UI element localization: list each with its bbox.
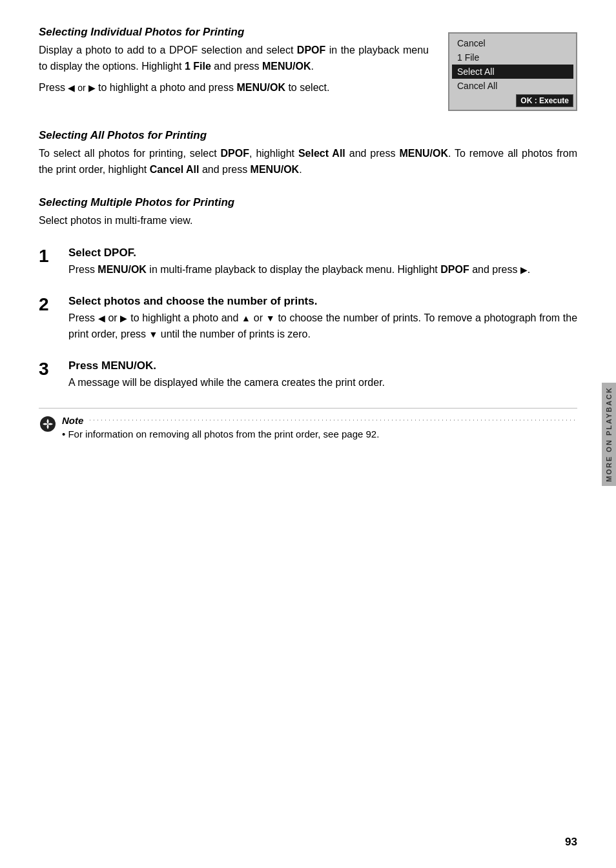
text-cancelall: Cancel All <box>150 164 200 175</box>
arrow-right-step2: ▶ <box>120 313 127 323</box>
note-icon <box>39 415 57 433</box>
note-icon-wrapper <box>39 415 57 436</box>
text-menuok-all: MENU/OK <box>399 148 448 159</box>
step-num-3: 3 <box>39 359 62 379</box>
page-number: 93 <box>565 836 577 849</box>
section-individual-line2: Press ◀ or ▶ to highlight a photo and pr… <box>39 80 429 96</box>
menu-item-1file: 1 File <box>452 50 573 65</box>
step-3-content: Press MENU/OK. A message will be display… <box>68 359 577 391</box>
step-3: 3 Press MENU/OK. A message will be displ… <box>39 359 577 391</box>
page: Selecting Individual Photos for Printing… <box>0 0 616 868</box>
note-section: Note • For information on removing all p… <box>39 408 577 439</box>
step-num-1: 1 <box>39 247 62 267</box>
note-wrapper: Note • For information on removing all p… <box>62 415 577 439</box>
text-dpof-highlight: DPOF <box>440 264 469 275</box>
arrow-down-step2: ▼ <box>266 313 275 323</box>
section-all-body: To select all photos for printing, selec… <box>39 146 577 178</box>
menu-footer: OK : Execute <box>452 94 573 107</box>
note-label: Note <box>62 415 83 426</box>
step-2-content: Select photos and choose the number of p… <box>68 295 577 343</box>
text-menuok2: MENU/OK <box>236 82 285 93</box>
step-num-2: 2 <box>39 295 62 315</box>
sidebar-label: More on Playback <box>605 387 613 482</box>
menu-item-selectall: Select All <box>452 65 573 79</box>
step-1-content: Select DPOF. Press MENU/OK in multi-fram… <box>68 247 577 278</box>
arrow-down-step2b: ▼ <box>149 329 158 339</box>
section-title-all: Selecting All Photos for Printing <box>39 129 577 142</box>
step-2-title: Select photos and choose the number of p… <box>68 295 577 308</box>
step-2-body: Press ◀ or ▶ to highlight a photo and ▲ … <box>68 310 577 343</box>
arrow-up-step2: ▲ <box>241 313 251 323</box>
text-display: Display a photo to add to a DPOF selecti… <box>39 45 297 56</box>
section-multiple-intro: Select photos in multi-frame view. <box>39 213 577 229</box>
text-menuok-step1: MENU/OK <box>98 264 147 275</box>
section-title-multiple: Selecting Multiple Photos for Printing <box>39 196 577 209</box>
sidebar-tab: More on Playback <box>602 383 616 486</box>
step-2: 2 Select photos and choose the number of… <box>39 295 577 343</box>
section-individual: Selecting Individual Photos for Printing… <box>39 26 577 111</box>
arrows-lr: ◀ or ▶ <box>68 83 95 93</box>
step-1: 1 Select DPOF. Press MENU/OK in multi-fr… <box>39 247 577 278</box>
dpof-menu: Cancel 1 File Select All Cancel All OK :… <box>448 32 577 111</box>
ok-badge: OK : Execute <box>516 94 573 107</box>
text-menuok-cancel: MENU/OK <box>251 164 300 175</box>
section-individual-body: Display a photo to add to a DPOF selecti… <box>39 43 429 75</box>
text-to-select: to select. <box>285 82 329 93</box>
text-menuok-step3: MENU/OK <box>101 359 153 372</box>
text-dpof-all: DPOF <box>221 148 249 159</box>
arrow-left-step2: ◀ <box>98 313 105 323</box>
menu-item-cancelall: Cancel All <box>452 79 573 93</box>
text-1file: 1 File <box>185 61 211 72</box>
text-period1: . <box>311 61 314 72</box>
note-text: • For information on removing all photos… <box>62 429 577 439</box>
step-3-body: A message will be displayed while the ca… <box>68 375 577 391</box>
text-dpof-step1: DPOF <box>104 247 133 259</box>
step-3-title: Press MENU/OK. <box>68 359 577 372</box>
section-all-photos: Selecting All Photos for Printing To sel… <box>39 129 577 178</box>
note-header: Note <box>62 415 577 426</box>
text-and-press: and press <box>211 61 262 72</box>
arrow-right-step1: ▶ <box>520 265 528 275</box>
section-title-individual: Selecting Individual Photos for Printing <box>39 26 429 39</box>
section-individual-text: Selecting Individual Photos for Printing… <box>39 26 448 96</box>
menu-item-cancel: Cancel <box>452 36 573 50</box>
step-1-body: Press MENU/OK in multi-frame playback to… <box>68 262 577 278</box>
text-highlight: to highlight a photo and press <box>96 82 237 93</box>
text-menuok1: MENU/OK <box>262 61 311 72</box>
text-press1: Press <box>39 82 68 93</box>
text-dpof: DPOF <box>297 45 325 56</box>
note-wavy-line <box>87 418 577 422</box>
step-1-title: Select DPOF. <box>68 247 577 259</box>
section-multiple: Selecting Multiple Photos for Printing S… <box>39 196 577 229</box>
text-selectall: Select All <box>298 148 345 159</box>
